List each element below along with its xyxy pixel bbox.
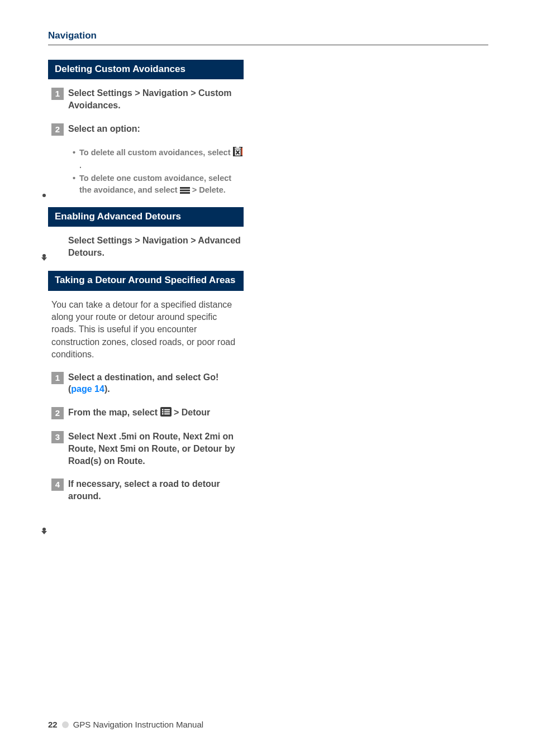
step-text: Select Next .5mi on Route, Next 2mi on R… [68, 430, 244, 467]
step-text-part: From the map, select [68, 408, 160, 417]
step-text: Select Settings > Navigation > Custom Av… [68, 87, 244, 111]
footer-bullet-icon [62, 721, 69, 728]
page-number: 22 [48, 720, 58, 729]
svg-rect-6 [180, 189, 190, 191]
step-2: 2 Select an option: [51, 123, 244, 136]
footer-title: GPS Navigation Instruction Manual [73, 720, 203, 729]
intro-paragraph: You can take a detour for a specified di… [51, 299, 240, 361]
step-text: Select an option: [68, 123, 140, 136]
step-number: 1 [51, 372, 64, 384]
side-marker-arrow [42, 528, 46, 531]
bullet-text-tail: > Delete. [192, 185, 226, 194]
step-text: If necessary, select a road to detour ar… [68, 478, 244, 502]
step-4: 4 If necessary, select a road to detour … [51, 478, 244, 502]
step-text: Select a destination, and select Go! (pa… [68, 371, 244, 395]
side-marker-dot [42, 194, 46, 197]
step-number: 2 [51, 123, 64, 136]
heading-detour-areas: Taking a Detour Around Specified Areas [48, 271, 244, 290]
step-text-only: Select Settings > Navigation > Advanced … [68, 235, 244, 259]
trash-x-icon [233, 147, 242, 160]
svg-rect-2 [236, 147, 239, 148]
header-rule [48, 45, 488, 45]
step-3: 3 Select Next .5mi on Route, Next 2mi on… [51, 430, 244, 467]
step-1: 1 Select a destination, and select Go! (… [51, 371, 244, 395]
svg-rect-12 [164, 411, 170, 412]
step-number: 3 [51, 431, 64, 443]
side-marker-arrow [42, 254, 46, 257]
page-link[interactable]: page 14 [71, 384, 104, 394]
svg-rect-11 [162, 411, 164, 413]
step-1: 1 Select Settings > Navigation > Custom … [51, 87, 244, 111]
page: Navigation Deleting Custom Avoidances 1 … [0, 0, 533, 756]
svg-rect-1 [235, 147, 241, 149]
bullet-item: • To delete all custom avoidances, selec… [73, 147, 244, 171]
menu-lines-icon [180, 185, 190, 197]
svg-rect-5 [180, 187, 190, 189]
running-header: Navigation [48, 30, 488, 41]
bullet-text-tail: . [79, 161, 82, 170]
step-text-part: ). [104, 384, 110, 394]
bullet-text: To delete all custom avoidances, select [79, 148, 233, 157]
section-detour-areas: Taking a Detour Around Specified Areas Y… [48, 271, 244, 502]
svg-rect-13 [162, 413, 164, 415]
step-text-part: > Detour [174, 408, 210, 417]
heading-deleting-avoidances: Deleting Custom Avoidances [48, 60, 244, 79]
page-footer: 22 GPS Navigation Instruction Manual [48, 720, 203, 729]
svg-rect-10 [164, 409, 170, 410]
bullet-list: • To delete all custom avoidances, selec… [73, 147, 244, 197]
step-text: From the map, select > Detour [68, 406, 210, 420]
heading-enabling-detours: Enabling Advanced Detours [48, 207, 244, 227]
svg-rect-14 [164, 413, 170, 414]
step-number: 2 [51, 407, 64, 419]
svg-rect-7 [180, 192, 190, 194]
bullet-item: • To delete one custom avoidance, select… [73, 173, 244, 197]
step-text: Select Settings > Navigation > Advanced … [68, 235, 244, 259]
content-column: Deleting Custom Avoidances 1 Select Sett… [48, 60, 244, 502]
svg-rect-4 [241, 148, 242, 155]
svg-rect-9 [162, 409, 164, 410]
bullet-dot: • [73, 173, 79, 197]
step-number: 4 [51, 479, 64, 491]
bullet-dot: • [73, 147, 79, 171]
step-number: 1 [51, 88, 64, 100]
section-deleting-avoidances: Deleting Custom Avoidances 1 Select Sett… [48, 60, 244, 197]
step-2: 2 From the map, select [51, 406, 244, 420]
list-box-icon [160, 407, 172, 420]
section-enabling-detours: Enabling Advanced Detours Select Setting… [48, 207, 244, 259]
